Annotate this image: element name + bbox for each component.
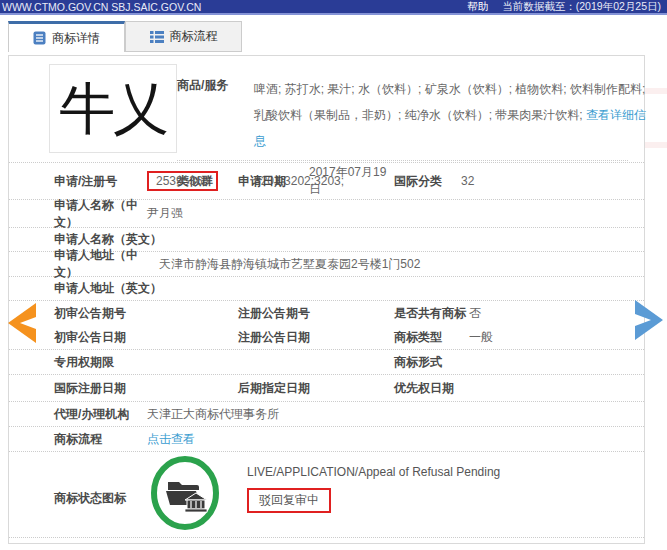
intl-reg-date-label: 国际注册日期 — [54, 380, 238, 397]
list-icon — [150, 31, 164, 43]
row-group-announcements: 初审公告期号 注册公告期号 是否共有商标 否 初审公告日期 注册公告日期 商标类… — [9, 301, 644, 350]
priority-date-label: 优先权日期 — [394, 380, 454, 397]
shared-mark-label: 是否共有商标 — [394, 305, 469, 322]
reg-ann-no-label: 注册公告期号 — [238, 305, 394, 322]
intl-class-label: 国际分类 — [394, 173, 461, 190]
reg-ann-date-label: 注册公告日期 — [238, 329, 394, 346]
exclusive-period-label: 专用权期限 — [54, 354, 238, 371]
data-cutoff-date: 当前数据截至：(2019年02月25日) — [502, 0, 661, 14]
row-address-en: 申请人地址（英文） — [9, 277, 644, 301]
row-tm-process: 商标流程 点击查看 — [9, 427, 644, 452]
tm-type-label: 商标类型 — [394, 329, 469, 346]
applicant-en-label: 申请人名称（英文） — [54, 231, 162, 248]
prelim-no-label: 初审公告期号 — [54, 305, 238, 322]
next-arrow-icon[interactable] — [634, 298, 666, 346]
site-url: WWW.CTMO.GOV.CN SBJ.SAIC.GOV.CN — [2, 1, 201, 13]
applicant-cn-label: 申请人名称（中文） — [54, 197, 147, 231]
tm-type-value: 一般 — [469, 329, 493, 346]
trademark-summary-section: 牛乂 商品/服务 啤酒; 苏打水; 果汁; 水（饮料）; 矿泉水（饮料）; 植物… — [9, 56, 644, 163]
status-text-cn-highlighted: 驳回复审中 — [247, 488, 331, 513]
prelim-date-label: 初审公告日期 — [54, 329, 238, 346]
app-date-label: 申请日期 — [238, 173, 309, 190]
intl-class-value: 32 — [461, 174, 474, 188]
agency-value: 天津正大商标代理事务所 — [147, 406, 279, 423]
tab-trademark-process[interactable]: 商标流程 — [125, 21, 242, 52]
help-link[interactable]: 帮助 — [467, 0, 488, 14]
tm-process-label: 商标流程 — [54, 431, 147, 448]
document-icon — [33, 31, 46, 45]
address-en-label: 申请人地址（英文） — [54, 280, 162, 297]
address-cn-value: 天津市静海县静海镇城市艺墅夏泰园2号楼1门502 — [159, 256, 420, 273]
goods-label: 商品/服务 — [177, 76, 254, 94]
row-status: 商标状态图标 — [9, 452, 644, 538]
status-label: 商标状态图标 — [54, 452, 149, 507]
topbar: WWW.CTMO.GOV.CN SBJ.SAIC.GOV.CN 帮助 当前数据截… — [0, 0, 667, 15]
tab-label: 商标流程 — [170, 28, 218, 45]
detail-panel: 牛乂 商品/服务 啤酒; 苏打水; 果汁; 水（饮料）; 矿泉水（饮料）; 植物… — [8, 55, 645, 544]
app-date-value: 2017年07月19日 — [309, 164, 394, 198]
row-exclusive-period: 专用权期限 商标形式 — [9, 350, 644, 375]
trademark-status-icon — [149, 455, 221, 534]
trademark-detail-page: WWW.CTMO.GOV.CN SBJ.SAIC.GOV.CN 帮助 当前数据截… — [0, 0, 667, 550]
goods-value: 啤酒; 苏打水; 果汁; 水（饮料）; 矿泉水（饮料）; 植物饮料; 饮料制作配… — [254, 76, 646, 154]
app-no-label: 申请/注册号 — [54, 173, 147, 190]
address-cn-label: 申请人地址（中文） — [54, 247, 147, 281]
row-intl-dates: 国际注册日期 后期指定日期 优先权日期 — [9, 375, 644, 402]
row-address-cn: 申请人地址（中文） 天津市静海县静海镇城市艺墅夏泰园2号楼1门502 — [9, 252, 644, 277]
applicant-cn-value: 尹月强 — [147, 205, 183, 222]
click-to-view-link[interactable]: 点击查看 — [147, 431, 195, 448]
previous-arrow-icon[interactable] — [5, 301, 37, 349]
late-designation-date-label: 后期指定日期 — [238, 380, 394, 397]
trademark-text: 牛乂 — [59, 81, 167, 137]
row-agency: 代理/办理机构 天津正大商标代理事务所 — [9, 402, 644, 427]
tab-bar: 商标详情 商标流程 — [8, 21, 242, 52]
tm-form-label: 商标形式 — [394, 354, 442, 371]
trademark-image: 牛乂 — [49, 64, 177, 153]
tab-label: 商标详情 — [52, 30, 100, 47]
tab-trademark-detail[interactable]: 商标详情 — [8, 21, 125, 52]
app-no-value-highlighted: 25395363 — [147, 171, 218, 191]
row-applicant-cn: 申请人名称（中文） 尹月强 — [9, 200, 644, 228]
shared-mark-value: 否 — [469, 305, 481, 322]
agency-label: 代理/办理机构 — [54, 406, 147, 423]
status-text-en: LIVE/APPLICATION/Appeal of Refusal Pendi… — [247, 465, 500, 479]
